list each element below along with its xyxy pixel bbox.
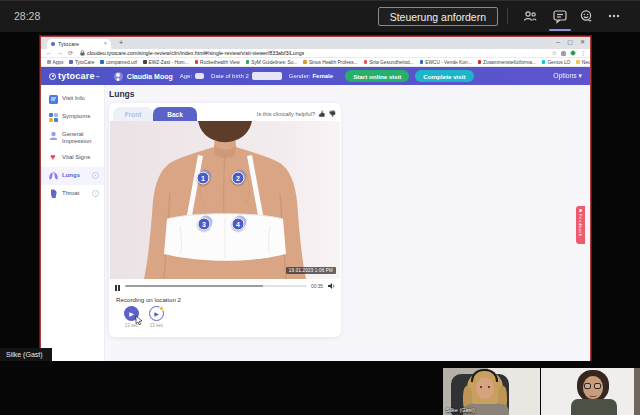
options-dropdown[interactable]: Options ▾ [553, 72, 582, 80]
minimize-icon[interactable]: ─ [556, 39, 560, 45]
page-title: Lungs [109, 89, 135, 99]
sidebar-item-vital-signs[interactable]: ♥ Vital Signs [41, 149, 104, 167]
video-tile-silke[interactable]: Silke (Gast) [443, 368, 540, 415]
forward-icon[interactable]: → [57, 50, 63, 56]
recording-alert-badge [159, 306, 164, 311]
bookmark-item[interactable]: compamed.uzl [100, 60, 137, 65]
recording-location-label: Recording on location 2 [116, 296, 181, 303]
glasses-icon [594, 383, 601, 389]
auscultation-marker-2[interactable]: 2 [232, 172, 245, 185]
age-label: Age: [180, 73, 192, 79]
tab-close-icon[interactable]: × [104, 41, 107, 47]
bookmark-item[interactable]: Neue Website Deu... [576, 60, 590, 65]
bookmark-item[interactable]: Genius LO [542, 60, 570, 65]
profile-avatar[interactable] [570, 50, 576, 56]
toolbar-divider [507, 8, 508, 24]
patient-name: Claudia Moog [127, 73, 173, 80]
extension-icon[interactable] [561, 51, 566, 56]
age-redaction [195, 73, 204, 79]
bookmark-item[interactable]: Sinus Health Profess... [303, 60, 357, 65]
chevron-down-icon: ▾ [579, 72, 582, 79]
more-options-icon[interactable] [604, 7, 624, 25]
sidebar-item-visit-info[interactable]: Visit Info [41, 90, 104, 108]
browser-tab[interactable]: Tytocare × [47, 39, 111, 49]
recording-play-button-1[interactable]: ▶ [124, 306, 139, 321]
tytocare-header: tytocare™ Claudia Moog Age: Date of birt… [41, 67, 590, 85]
chat-icon[interactable] [550, 7, 570, 25]
browser-tab-strip: Tytocare × + ─ ▢ ✕ [41, 37, 590, 49]
video-player-controls: 00:35 [109, 279, 341, 293]
clinical-feedback-prompt: Is this clinically helpful? 👍 👎 [257, 111, 336, 117]
bookmark-item[interactable]: EWCU - Vende Kon... [420, 60, 472, 65]
bookmarks-bar: Apps TytoCare compamed.uzl EWZ-Zast - Ho… [41, 58, 590, 67]
progress-fill [125, 285, 263, 288]
bookmark-item[interactable]: Zusammenstellutforma... [478, 60, 536, 65]
recording-play-button-2[interactable]: ▶ [149, 306, 164, 321]
close-icon[interactable]: ✕ [580, 39, 585, 45]
request-control-button[interactable]: Steuerung anfordern [378, 7, 498, 26]
participant-smile [589, 393, 597, 397]
bookmark-item[interactable]: Rockethealth View [195, 60, 240, 65]
tile-background [634, 368, 640, 415]
thumb-up-icon[interactable]: 👍 [318, 111, 326, 117]
bookmark-item[interactable]: TytoCare [69, 60, 94, 65]
participants-icon[interactable] [520, 7, 540, 25]
bookmark-item[interactable]: EWZ-Zast - Hom... [143, 60, 188, 65]
sidebar-item-general-impression[interactable]: General Impression [41, 126, 104, 149]
patient-avatar [114, 72, 123, 81]
thumb-down-icon[interactable]: 👎 [329, 111, 337, 117]
auscultation-marker-4[interactable]: 4 [232, 218, 245, 231]
complete-visit-button[interactable]: Complete visit [415, 70, 473, 82]
bookmark-favicon [576, 60, 580, 64]
throat-icon [48, 189, 58, 199]
bookmark-item[interactable]: SyM Guidelines: Su... [246, 60, 298, 65]
participant-name-label: Silke (Gast) [446, 407, 475, 413]
torso-illustration [110, 121, 340, 279]
bookmark-favicon [420, 60, 424, 64]
gender-label: Gender: [289, 73, 311, 79]
lock-icon [80, 50, 85, 56]
new-tab-button[interactable]: + [119, 39, 123, 46]
bookmark-favicon [364, 60, 368, 64]
back-icon[interactable]: ← [46, 50, 52, 56]
bookmark-star-icon[interactable]: ☆ [552, 50, 557, 56]
app-body: Visit Info Symptoms General Impression ♥… [41, 85, 590, 361]
recording-duration-1: 13 sec [119, 323, 144, 328]
tab-back[interactable]: Back [153, 107, 197, 121]
status-badge [92, 172, 99, 179]
auscultation-marker-1[interactable]: 1 [197, 172, 210, 185]
bookmark-item[interactable]: Apps [47, 60, 63, 65]
url-field[interactable]: cloudeu.tytocare.com/single-review/clin/… [80, 50, 510, 56]
player-time: 00:35 [311, 284, 323, 289]
video-tile-participant-2[interactable] [541, 368, 640, 415]
dob-redaction [252, 72, 282, 80]
bookmark-favicon [69, 60, 73, 64]
sidebar-item-lungs[interactable]: Lungs [41, 167, 104, 185]
progress-bar[interactable] [125, 285, 307, 288]
sidebar-item-symptoms[interactable]: Symptoms [41, 108, 104, 126]
presenter-label: Silke (Gast) [0, 348, 52, 361]
sidebar-item-throat[interactable]: Throat [41, 185, 104, 203]
maximize-icon[interactable]: ▢ [567, 39, 573, 45]
bookmark-favicon [478, 60, 482, 64]
pause-icon[interactable] [115, 277, 121, 295]
teams-meeting-window: 28:28 Steuerung anfordern Tytocare × + ─… [0, 0, 640, 415]
glasses-icon [584, 383, 591, 389]
tab-front[interactable]: Front [113, 107, 153, 121]
browser-menu-icon[interactable]: ⋮ [580, 50, 586, 56]
vital-signs-heart-icon: ♥ [48, 153, 58, 163]
gender-value: Female [312, 73, 333, 79]
reload-icon[interactable]: ⟳ [68, 50, 73, 56]
exam-sidebar: Visit Info Symptoms General Impression ♥… [41, 85, 105, 361]
tytocare-logo: tytocare™ [49, 71, 100, 81]
dob-label: Date of birth 2 [211, 73, 249, 79]
reactions-icon[interactable] [576, 7, 596, 25]
auscultation-marker-3[interactable]: 3 [198, 218, 211, 231]
shared-screen-browser-window: Tytocare × + ─ ▢ ✕ ← → ⟳ cloudeu.tytocar… [40, 36, 591, 360]
tytocare-logo-icon [49, 73, 56, 80]
bookmark-item[interactable]: Siria Gesundheitsd... [364, 60, 414, 65]
volume-icon[interactable] [327, 282, 335, 290]
active-tab-indicator [549, 29, 571, 31]
feedback-tab[interactable]: Feedback [576, 206, 585, 244]
start-online-visit-button[interactable]: Start online visit [345, 70, 409, 82]
